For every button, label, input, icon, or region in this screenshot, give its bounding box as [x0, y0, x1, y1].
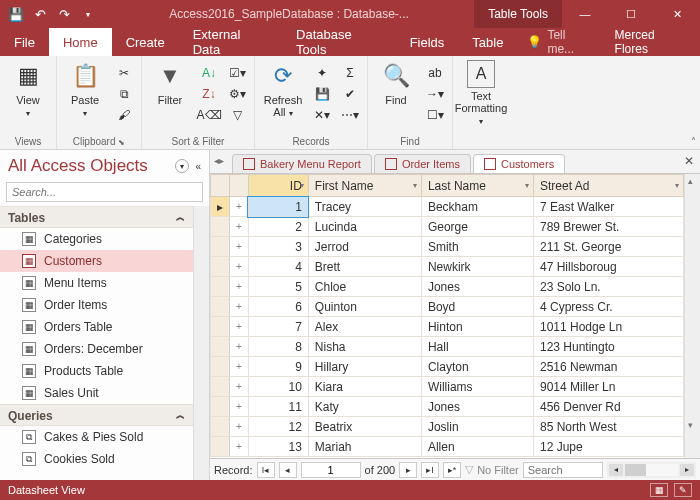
nav-item-orders-table[interactable]: ▦Orders Table	[0, 316, 193, 338]
doc-tab-customers[interactable]: Customers	[473, 154, 565, 173]
record-search-input[interactable]	[523, 462, 603, 478]
grid-vertical-scrollbar[interactable]	[684, 174, 700, 458]
nav-item-menu-items[interactable]: ▦Menu Items	[0, 272, 193, 294]
nav-collapse-icon[interactable]: «	[195, 161, 201, 172]
paste-button[interactable]: 📋 Paste▾	[63, 60, 107, 119]
filter-button[interactable]: ▼ Filter	[148, 60, 192, 106]
row-selector[interactable]	[211, 297, 230, 317]
table-row[interactable]: +8NishaHall123 Huntingto	[211, 337, 684, 357]
selection-filter-icon[interactable]: ☑▾	[226, 64, 248, 82]
tab-file[interactable]: File	[0, 28, 49, 56]
column-header-last-name[interactable]: Last Name▾	[421, 175, 533, 197]
table-row[interactable]: +10KiaraWilliams9014 Miller Ln	[211, 377, 684, 397]
expand-row-icon[interactable]: +	[230, 437, 249, 457]
cut-icon[interactable]: ✂	[113, 64, 135, 82]
minimize-button[interactable]: ―	[562, 0, 608, 28]
refresh-all-button[interactable]: ⟳ Refresh All ▾	[261, 60, 305, 119]
expand-row-icon[interactable]: +	[230, 417, 249, 437]
replace-icon[interactable]: ab	[424, 64, 446, 82]
row-selector[interactable]	[211, 357, 230, 377]
nav-item-customers[interactable]: ▦Customers	[0, 250, 193, 272]
doc-tab-order-items[interactable]: Order Items	[374, 154, 471, 173]
next-record-button[interactable]: ▸	[399, 462, 417, 478]
view-design-icon[interactable]: ✎	[674, 483, 692, 497]
prev-record-button[interactable]: ◂	[279, 462, 297, 478]
table-row[interactable]: +3JerrodSmith211 St. George	[211, 237, 684, 257]
expand-row-icon[interactable]: +	[230, 197, 249, 217]
expand-row-icon[interactable]: +	[230, 357, 249, 377]
goto-icon[interactable]: →▾	[424, 85, 446, 103]
row-selector[interactable]	[211, 377, 230, 397]
close-button[interactable]: ✕	[654, 0, 700, 28]
expand-row-icon[interactable]: +	[230, 297, 249, 317]
table-row[interactable]: +6QuintonBoyd4 Cypress Cr.	[211, 297, 684, 317]
remove-sort-icon[interactable]: A⌫	[198, 106, 220, 124]
nav-category-queries[interactable]: Queries︽	[0, 404, 193, 426]
save-record-icon[interactable]: 💾	[311, 85, 333, 103]
hscroll-left-icon[interactable]: ◂	[609, 464, 623, 476]
expand-row-icon[interactable]: +	[230, 377, 249, 397]
table-row[interactable]: +9HillaryClayton2516 Newman	[211, 357, 684, 377]
datasheet-grid[interactable]: ID▾First Name▾Last Name▾Street Ad▾▸+1Tra…	[210, 174, 684, 458]
table-row[interactable]: +13MariahAllen12 Jupe	[211, 437, 684, 457]
doc-tab-bakery-menu-report[interactable]: Bakery Menu Report	[232, 154, 372, 173]
copy-icon[interactable]: ⧉	[113, 85, 135, 103]
nav-item-sales-unit[interactable]: ▦Sales Unit	[0, 382, 193, 404]
row-selector[interactable]	[211, 317, 230, 337]
tab-table[interactable]: Table	[458, 28, 517, 56]
table-row[interactable]: +11KatyJones456 Denver Rd	[211, 397, 684, 417]
view-button[interactable]: ▦ View▾	[6, 60, 50, 119]
expand-row-icon[interactable]: +	[230, 277, 249, 297]
format-painter-icon[interactable]: 🖌	[113, 106, 135, 124]
tab-database-tools[interactable]: Database Tools	[282, 28, 396, 56]
nav-item-products-table[interactable]: ▦Products Table	[0, 360, 193, 382]
table-row[interactable]: +5ChloeJones23 Solo Ln.	[211, 277, 684, 297]
tab-create[interactable]: Create	[112, 28, 179, 56]
tab-fields[interactable]: Fields	[396, 28, 459, 56]
totals-icon[interactable]: Σ	[339, 64, 361, 82]
table-row[interactable]: ▸+1TraceyBeckham7 East Walker	[211, 197, 684, 217]
expand-row-icon[interactable]: +	[230, 397, 249, 417]
tell-me-search[interactable]: 💡Tell me...	[517, 28, 602, 56]
advanced-filter-icon[interactable]: ⚙▾	[226, 85, 248, 103]
maximize-button[interactable]: ☐	[608, 0, 654, 28]
tab-external-data[interactable]: External Data	[179, 28, 282, 56]
nav-item-order-items[interactable]: ▦Order Items	[0, 294, 193, 316]
table-row[interactable]: +2LucindaGeorge789 Brewer St.	[211, 217, 684, 237]
collapse-ribbon-icon[interactable]: ˄	[691, 136, 696, 147]
row-selector[interactable]	[211, 277, 230, 297]
qat-dropdown-icon[interactable]: ▾	[78, 4, 98, 24]
nav-item-orders-december[interactable]: ▦Orders: December	[0, 338, 193, 360]
tab-home[interactable]: Home	[49, 28, 112, 56]
expand-row-icon[interactable]: +	[230, 257, 249, 277]
more-records-icon[interactable]: ⋯▾	[339, 106, 361, 124]
table-row[interactable]: +12BeatrixJoslin85 North West	[211, 417, 684, 437]
new-record-nav-button[interactable]: ▸*	[443, 462, 461, 478]
nav-category-tables[interactable]: Tables︽	[0, 206, 193, 228]
grid-horizontal-scrollbar[interactable]	[625, 464, 678, 476]
nav-item-categories[interactable]: ▦Categories	[0, 228, 193, 250]
user-name[interactable]: Merced Flores	[603, 28, 700, 56]
column-header-id[interactable]: ID▾	[248, 175, 308, 197]
table-row[interactable]: +7AlexHinton1011 Hodge Ln	[211, 317, 684, 337]
row-selector[interactable]	[211, 337, 230, 357]
text-formatting-button[interactable]: A Text Formatting ▾	[459, 60, 503, 127]
new-record-icon[interactable]: ✦	[311, 64, 333, 82]
row-selector[interactable]	[211, 257, 230, 277]
row-selector[interactable]	[211, 217, 230, 237]
last-record-button[interactable]: ▸I	[421, 462, 439, 478]
save-icon[interactable]: 💾	[6, 4, 26, 24]
row-selector[interactable]	[211, 237, 230, 257]
nav-search-input[interactable]	[6, 182, 203, 202]
filter-indicator-icon[interactable]: ▽	[465, 463, 473, 476]
hscroll-right-icon[interactable]: ▸	[680, 464, 694, 476]
expand-row-icon[interactable]: +	[230, 237, 249, 257]
redo-icon[interactable]: ↷	[54, 4, 74, 24]
nav-item-cakes-pies-sold[interactable]: ⧉Cakes & Pies Sold	[0, 426, 193, 448]
first-record-button[interactable]: I◂	[257, 462, 275, 478]
row-selector[interactable]: ▸	[211, 197, 230, 217]
nav-item-cookies-sold[interactable]: ⧉Cookies Sold	[0, 448, 193, 470]
tab-scroll-icon[interactable]: ◂▸	[214, 155, 224, 166]
select-icon[interactable]: ☐▾	[424, 106, 446, 124]
row-selector[interactable]	[211, 397, 230, 417]
